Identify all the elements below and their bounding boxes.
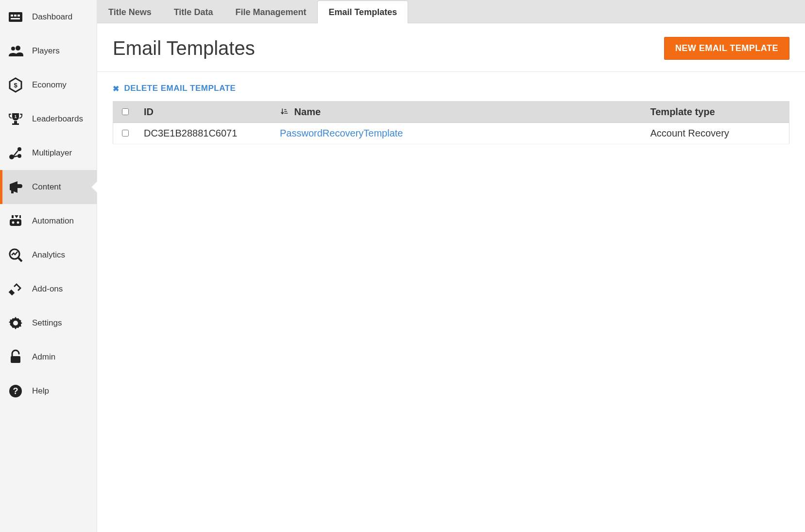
close-icon: ✖: [113, 84, 120, 93]
sidebar-item-label: Admin: [32, 352, 55, 362]
svg-rect-8: [14, 121, 17, 123]
svg-rect-19: [19, 215, 21, 218]
tab-file-management[interactable]: File Management: [224, 0, 317, 23]
sidebar-item-label: Settings: [32, 318, 62, 328]
svg-point-5: [11, 47, 15, 51]
sidebar-item-automation[interactable]: Automation: [0, 204, 97, 238]
svg-rect-14: [11, 190, 14, 193]
svg-point-11: [9, 154, 14, 159]
sidebar-item-label: Multiplayer: [32, 148, 72, 158]
main: Title News Title Data File Management Em…: [97, 0, 805, 532]
sidebar-item-label: Economy: [32, 80, 67, 90]
sidebar-item-content[interactable]: Content: [0, 170, 97, 204]
sidebar-item-label: Content: [32, 182, 61, 192]
help-icon: ?: [7, 382, 24, 400]
economy-icon: $: [7, 76, 24, 94]
tabs: Title News Title Data File Management Em…: [97, 0, 805, 23]
svg-text:1: 1: [14, 114, 17, 119]
sidebar-item-leaderboards[interactable]: 1 Leaderboards: [0, 102, 97, 136]
column-select-all: [113, 102, 137, 123]
sidebar-item-label: Add-ons: [32, 284, 63, 294]
sidebar-item-help[interactable]: ? Help: [0, 374, 97, 408]
tab-title-news[interactable]: Title News: [97, 0, 163, 23]
svg-text:?: ?: [13, 386, 18, 396]
settings-icon: [7, 314, 24, 332]
svg-rect-9: [12, 123, 19, 125]
column-header-type[interactable]: Template type: [644, 102, 789, 123]
leaderboards-icon: 1: [7, 110, 24, 128]
svg-rect-22: [11, 356, 20, 363]
multiplayer-icon: [7, 144, 24, 162]
column-header-id[interactable]: ID: [137, 102, 273, 123]
cell-id: DC3E1B28881C6071: [137, 123, 273, 144]
sidebar-item-label: Analytics: [32, 250, 65, 260]
tab-title-data[interactable]: Title Data: [163, 0, 224, 23]
sort-asc-icon: [280, 107, 289, 118]
page-header: Email Templates NEW EMAIL TEMPLATE: [97, 23, 805, 72]
table-row: DC3E1B28881C6071 PasswordRecoveryTemplat…: [113, 123, 789, 144]
sidebar-item-label: Automation: [32, 216, 74, 226]
addons-icon: [7, 280, 24, 298]
sidebar: Dashboard Players $ Economy 1 Leaderboar…: [0, 0, 97, 532]
dashboard-icon: [7, 8, 24, 26]
svg-rect-0: [9, 12, 22, 22]
templates-table: ID Name Template type: [113, 101, 789, 144]
column-header-name[interactable]: Name: [273, 102, 644, 123]
cell-type: Account Recovery: [644, 123, 789, 144]
sidebar-item-label: Leaderboards: [32, 114, 83, 124]
cell-name-link[interactable]: PasswordRecoveryTemplate: [280, 128, 403, 138]
automation-icon: [7, 212, 24, 230]
sidebar-item-label: Dashboard: [32, 12, 72, 22]
svg-point-17: [17, 222, 19, 224]
sidebar-item-addons[interactable]: Add-ons: [0, 272, 97, 306]
svg-point-12: [17, 147, 21, 151]
content-body: ✖ DELETE EMAIL TEMPLATE ID Nam: [97, 72, 805, 156]
sidebar-item-label: Help: [32, 386, 49, 396]
sidebar-item-economy[interactable]: $ Economy: [0, 68, 97, 102]
svg-rect-18: [12, 215, 14, 218]
select-all-checkbox[interactable]: [122, 108, 129, 115]
svg-text:$: $: [14, 82, 17, 89]
sidebar-item-dashboard[interactable]: Dashboard: [0, 0, 97, 34]
bulk-action-label: DELETE EMAIL TEMPLATE: [124, 84, 236, 93]
sidebar-item-label: Players: [32, 46, 60, 56]
sidebar-item-settings[interactable]: Settings: [0, 306, 97, 340]
sidebar-item-players[interactable]: Players: [0, 34, 97, 68]
svg-rect-15: [10, 219, 21, 226]
svg-point-6: [16, 46, 20, 51]
sidebar-item-multiplayer[interactable]: Multiplayer: [0, 136, 97, 170]
svg-rect-1: [11, 15, 13, 17]
content-icon: [7, 178, 24, 196]
svg-rect-4: [11, 18, 20, 19]
page-title: Email Templates: [113, 37, 255, 59]
admin-icon: [7, 348, 24, 366]
sidebar-item-admin[interactable]: Admin: [0, 340, 97, 374]
row-checkbox[interactable]: [122, 130, 129, 137]
players-icon: [7, 42, 24, 60]
svg-rect-21: [9, 290, 15, 296]
svg-rect-3: [17, 15, 20, 17]
svg-point-16: [12, 222, 15, 224]
new-email-template-button[interactable]: NEW EMAIL TEMPLATE: [664, 37, 789, 60]
delete-email-template-action[interactable]: ✖ DELETE EMAIL TEMPLATE: [113, 84, 236, 93]
svg-point-13: [17, 154, 21, 158]
column-header-name-label: Name: [294, 106, 321, 117]
svg-rect-2: [14, 15, 17, 17]
sidebar-item-analytics[interactable]: Analytics: [0, 238, 97, 272]
analytics-icon: [7, 246, 24, 264]
tab-email-templates[interactable]: Email Templates: [317, 0, 408, 23]
